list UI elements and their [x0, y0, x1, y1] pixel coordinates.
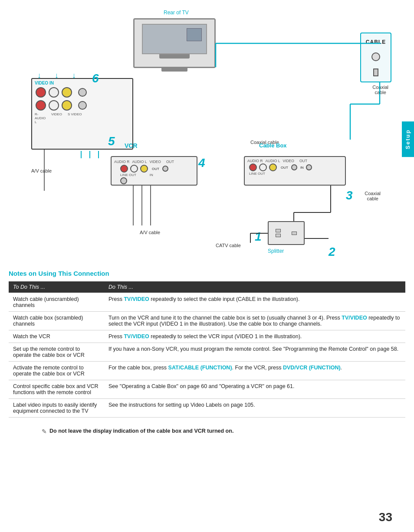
- table-dothis-cell: Turn on the VCR and tune it to the chann…: [104, 312, 405, 330]
- step-4: 4: [198, 156, 205, 170]
- connector-svideo-2: [78, 101, 87, 110]
- table-dothis-cell: If you have a non-Sony VCR, you must pro…: [104, 343, 405, 362]
- splitter-device: [268, 221, 305, 245]
- table-dothis-cell: Press TV/VIDEO repeatedly to select the …: [104, 293, 405, 312]
- note-icon: ✎: [42, 428, 47, 435]
- vcr-device: AUDIO R AUDIO L VIDEO OUT OUT LINE OUT I…: [111, 156, 197, 186]
- av-cable-label-2: A/V cable: [140, 230, 160, 235]
- tv-rear-panel: VIDEO IN R-AUDIO L VIDEO S VIDEO ↓ ↓ ↓: [31, 78, 133, 150]
- table-row: Label video inputs to easily identify eq…: [9, 399, 405, 418]
- table-row: Activate the remote control to operate t…: [9, 362, 405, 380]
- vcr-port-y: [140, 165, 148, 173]
- step-3: 3: [346, 189, 353, 202]
- cable-connector: [371, 52, 380, 61]
- setup-tab: Setup: [402, 121, 414, 157]
- table-row: Watch the VCRPress TV/VIDEO repeatedly t…: [9, 330, 405, 343]
- connector-red-1: [36, 87, 46, 98]
- notes-section: Notes on Using This Connection To Do Thi…: [9, 264, 405, 438]
- vcr-label: VCR: [125, 142, 138, 149]
- table-todo-cell: Activate the remote control to operate t…: [9, 362, 104, 380]
- cbox-port-y: [269, 163, 277, 171]
- cable-box: CABLE: [360, 33, 391, 82]
- table-dothis-cell: Press TV/VIDEO repeatedly to select the …: [104, 330, 405, 343]
- table-row: Control specific cable box and VCR funct…: [9, 380, 405, 399]
- vcr-port-w: [130, 165, 138, 173]
- connection-table: To Do This ... Do This ... Watch cable (…: [9, 281, 405, 418]
- cable-label: CABLE: [366, 39, 386, 45]
- page-number: 33: [379, 510, 392, 524]
- table-todo-cell: Control specific cable box and VCR funct…: [9, 380, 104, 399]
- coaxial-cable-label-1: Coaxialcable: [372, 85, 388, 95]
- table-dothis-cell: See the instructions for setting up Vide…: [104, 399, 405, 418]
- table-dothis-cell: See "Operating a Cable Box" on page 60 a…: [104, 380, 405, 399]
- cbox-port-w: [259, 163, 267, 171]
- bottom-note-text: Do not leave the display indication of t…: [49, 428, 233, 434]
- table-todo-cell: Watch cable (unscrambled) channels: [9, 293, 104, 312]
- table-row: Set up the remote control to operate the…: [9, 343, 405, 362]
- bottom-note: ✎ Do not leave the display indication of…: [35, 424, 379, 438]
- col1-header: To Do This ...: [9, 281, 104, 293]
- connector-white-2: [49, 100, 59, 111]
- cbox-port-coax-out: [291, 164, 297, 170]
- catv-cable-label: CATV cable: [216, 243, 241, 248]
- splitter-label: Splitter: [268, 248, 284, 254]
- vcr-port-coax-out: [162, 166, 168, 172]
- av-cable-label-1: A/V cable: [31, 168, 52, 173]
- connector-yellow-1: [62, 87, 72, 98]
- cable-box-device: AUDIO R AUDIO L VIDEO OUT OUT IN LINE OU…: [244, 156, 346, 186]
- video-in-label: VIDEO IN: [32, 79, 132, 85]
- connector-svideo-1: [78, 88, 87, 97]
- step-1: 1: [255, 230, 262, 244]
- table-row: Watch cable (unscrambled) channelsPress …: [9, 293, 405, 312]
- vcr-port-r: [120, 165, 128, 173]
- connector-yellow-2: [62, 100, 72, 111]
- splitter-port-2: [276, 234, 281, 237]
- connector-red-2: [36, 100, 46, 111]
- table-todo-cell: Set up the remote control to operate the…: [9, 343, 104, 362]
- table-todo-cell: Watch the VCR: [9, 330, 104, 343]
- step-5: 5: [108, 134, 115, 148]
- table-row: Watch cable box (scrambled) channelsTurn…: [9, 312, 405, 330]
- table-dothis-cell: For the cable box, press SAT/CABLE (FUNC…: [104, 362, 405, 380]
- cable-port: [373, 69, 378, 76]
- diagram-area: Rear of TV CABLE Coaxialcable VIDEO IN: [7, 9, 407, 264]
- cbox-port-coax-in: [306, 164, 312, 170]
- tv-monitor: [133, 18, 216, 72]
- table-todo-cell: Watch cable box (scrambled) channels: [9, 312, 104, 330]
- step-6: 6: [92, 72, 99, 85]
- splitter-port-in: [292, 232, 297, 235]
- splitter-port-1: [276, 229, 281, 232]
- vcr-port-in: [120, 177, 127, 184]
- cable-box-device-label: Cable Box: [259, 142, 287, 149]
- cbox-port-r: [249, 163, 257, 171]
- table-todo-cell: Label video inputs to easily identify eq…: [9, 399, 104, 418]
- rear-of-tv-label: Rear of TV: [164, 10, 189, 16]
- connector-white-1: [49, 87, 59, 98]
- step-2: 2: [329, 245, 335, 259]
- col2-header: Do This ...: [104, 281, 405, 293]
- notes-title: Notes on Using This Connection: [9, 270, 405, 277]
- coaxial-cable-label-3: Coaxialcable: [365, 191, 381, 201]
